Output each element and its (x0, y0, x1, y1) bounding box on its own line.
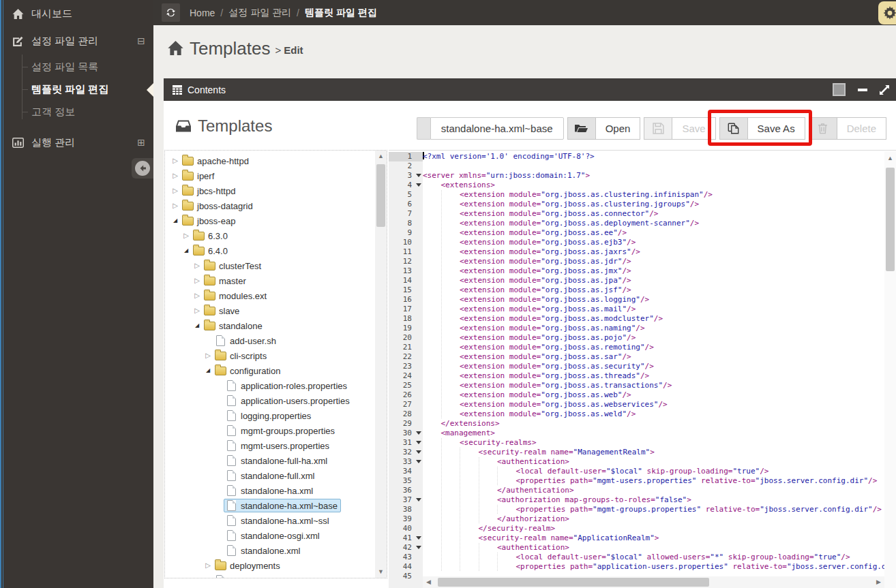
tree-node-anchor[interactable]: logging.properties (224, 409, 314, 422)
sidebar-item-dashboard[interactable]: 대시보드 (1, 0, 153, 27)
editor-vertical-scrollbar[interactable]: ▲ (884, 151, 896, 588)
tree-node-anchor[interactable]: 6.3.0 (191, 230, 231, 243)
tree-expand-arrow-icon[interactable]: ▷ (181, 228, 191, 243)
tree-node[interactable]: ▷clusterTest (166, 258, 374, 273)
tree-node[interactable]: logging.properties (166, 408, 374, 423)
tree-node[interactable]: ◢jboss-eap (166, 213, 374, 228)
sidebar-item-execution-management[interactable]: 실행 관리 ⊞ (1, 129, 153, 156)
tree-node-anchor[interactable]: application-users.properties (224, 394, 353, 407)
tree-node[interactable]: mgmt-users.properties (166, 438, 374, 453)
tree-node-anchor[interactable]: apache-httpd (180, 155, 252, 168)
save-button[interactable]: Save (672, 117, 715, 140)
tree-node-anchor[interactable]: configuration (213, 365, 284, 377)
tree-node[interactable]: application-users.properties (166, 393, 374, 408)
tree-node-anchor[interactable]: master (202, 275, 250, 288)
tree-node[interactable]: ◢standalone (166, 318, 374, 333)
fold-arrow-icon[interactable] (416, 431, 421, 437)
tree-expand-arrow-icon[interactable]: ▷ (192, 258, 202, 273)
delete-button[interactable]: Delete (837, 117, 886, 140)
save-icon-button[interactable] (644, 117, 672, 140)
tree-node[interactable]: ▷cli-scripts (166, 348, 374, 363)
tree-collapse-arrow-icon[interactable]: ◢ (181, 243, 191, 258)
tree-node[interactable]: ▷modules.ext (166, 288, 374, 303)
fold-arrow-icon[interactable] (416, 536, 421, 542)
tree-node-anchor[interactable]: application-roles.properties (224, 379, 350, 392)
panel-expand-button[interactable] (880, 85, 889, 95)
delete-icon-button[interactable] (809, 117, 837, 140)
tree-node[interactable]: standalone-ha.xml~base (166, 498, 374, 513)
tree-node[interactable]: ▷deployments (166, 558, 374, 573)
tree-collapse-arrow-icon[interactable]: ◢ (170, 213, 180, 228)
tree-collapse-arrow-icon[interactable]: ◢ (192, 318, 202, 333)
breadcrumb-config-file-management[interactable]: 설정 파일 관리 (228, 7, 291, 19)
tree-node-anchor[interactable]: standalone-ha.xml (224, 484, 316, 497)
open-button[interactable]: Open (595, 117, 641, 140)
tree-node[interactable]: add-user.sh (166, 333, 374, 348)
tree-node-anchor[interactable]: jbcs-httpd (180, 185, 239, 198)
scrollbar-thumb[interactable] (438, 578, 709, 587)
fold-arrow-icon[interactable] (416, 441, 421, 447)
scroll-up-arrow[interactable]: ▲ (884, 153, 896, 164)
xml-code-editor[interactable]: 1234567891011121314151617181920212223242… (389, 150, 896, 588)
tree-node-anchor[interactable]: standalone (202, 320, 266, 332)
tree-node-anchor[interactable]: slave (202, 305, 243, 318)
scroll-down-arrow[interactable]: ▼ (375, 566, 387, 578)
tree-node-anchor[interactable]: modules.ext (202, 290, 270, 303)
tree-expand-arrow-icon[interactable]: ▷ (170, 183, 180, 198)
tree-collapse-arrow-icon[interactable]: ◢ (203, 363, 213, 378)
tree-node[interactable]: ◢configuration (166, 363, 374, 378)
filename-input[interactable] (430, 117, 564, 140)
settings-gear-button[interactable] (878, 1, 896, 25)
tree-expand-arrow-icon[interactable]: ▷ (203, 348, 213, 363)
fold-arrow-icon[interactable] (416, 498, 421, 504)
sidebar-subitem-customer-info[interactable]: 고객 정보 (1, 101, 153, 123)
panel-collapse-button[interactable] (858, 89, 867, 91)
tree-node[interactable]: ▷iperf (166, 168, 374, 183)
tree-expand-arrow-icon[interactable]: ▷ (170, 198, 180, 213)
sidebar-subitem-config-file-list[interactable]: 설정 파일 목록 (1, 56, 153, 78)
tree-node[interactable]: ▷jbcs-httpd (166, 183, 374, 198)
tree-node[interactable]: standalone-ha.xml (166, 483, 374, 498)
panel-box-button[interactable] (833, 83, 846, 96)
tree-node-anchor[interactable]: standalone-full.xml (224, 469, 318, 482)
save-as-button[interactable]: Save As (747, 117, 805, 140)
tree-node[interactable]: ▷6.3.0 (166, 228, 374, 243)
tree-node-anchor[interactable]: clusterTest (202, 260, 265, 273)
tree-node[interactable]: ▷apache-httpd (166, 153, 374, 168)
tree-node[interactable] (166, 573, 374, 578)
tree-node-anchor[interactable]: jboss-eap (180, 215, 239, 228)
tree-node[interactable]: ◢6.4.0 (166, 243, 374, 258)
tree-node-anchor[interactable]: mgmt-groups.properties (224, 424, 338, 437)
save-as-icon-button[interactable] (719, 117, 747, 140)
plus-square-icon[interactable]: ⊞ (137, 137, 145, 148)
tree-node-selected[interactable]: standalone-ha.xml~base (224, 499, 341, 512)
tree-node-anchor[interactable]: standalone-full-ha.xml (224, 454, 331, 467)
tree-node-anchor[interactable]: standalone-osgi.xml (224, 529, 323, 542)
tree-node-anchor[interactable]: mgmt-users.properties (224, 439, 333, 452)
scroll-up-arrow[interactable]: ▲ (375, 151, 387, 162)
fold-arrow-icon[interactable] (416, 450, 421, 457)
editor-code-area[interactable]: <?xml version='1.0' encoding='UTF-8'?><s… (423, 152, 884, 588)
scrollbar-thumb[interactable] (886, 168, 895, 271)
scroll-right-arrow[interactable]: ▶ (873, 576, 884, 588)
tree-node-anchor[interactable]: add-user.sh (213, 334, 280, 347)
tree-node-anchor[interactable] (213, 574, 233, 578)
tree-node[interactable]: ▷slave (166, 303, 374, 318)
tree-node-anchor[interactable]: standalone-ha.xml~ssl (224, 514, 333, 527)
tree-expand-arrow-icon[interactable]: ▷ (203, 558, 213, 573)
tree-node-anchor[interactable]: cli-scripts (213, 350, 270, 362)
sidebar-collapse-button[interactable] (132, 158, 153, 179)
sidebar-item-config-file-management[interactable]: 설정 파일 관리 ⊟ (1, 27, 153, 55)
sidebar-subitem-template-file-edit[interactable]: 템플릿 파일 편집 (1, 78, 153, 101)
fold-arrow-icon[interactable] (416, 174, 421, 180)
tree-node-anchor[interactable]: jboss-datagrid (180, 200, 256, 213)
tree-node[interactable]: standalone-full-ha.xml (166, 453, 374, 468)
tree-node-anchor[interactable]: deployments (213, 559, 284, 572)
tree-node-anchor[interactable]: iperf (180, 170, 218, 183)
tree-vertical-scrollbar[interactable]: ▲ ▼ (375, 151, 387, 578)
minus-square-icon[interactable]: ⊟ (137, 35, 145, 46)
tree-expand-arrow-icon[interactable]: ▷ (170, 153, 180, 168)
tree-node[interactable]: standalone-osgi.xml (166, 528, 374, 543)
refresh-button[interactable] (162, 3, 180, 22)
fold-arrow-icon[interactable] (416, 183, 421, 189)
